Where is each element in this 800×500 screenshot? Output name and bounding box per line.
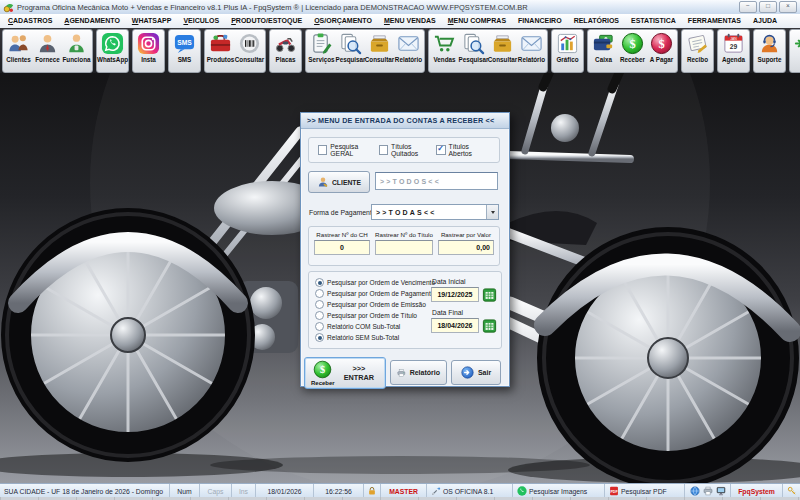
svg-text:$: $ <box>629 37 635 51</box>
toolbar-button-pesquisar[interactable]: Pesquisar <box>336 30 365 72</box>
menu-item-menu-compras[interactable]: MENU COMPRAS <box>442 14 512 28</box>
status-panel-num-lock: Num <box>169 484 199 498</box>
radio-pesquisar-por-ordem-de-emiss-o[interactable]: Pesquisar por Ordem de Emissão <box>315 299 435 310</box>
toolbar-button-fornece[interactable]: Fornece <box>33 30 62 72</box>
radio-pesquisar-por-ordem-de-pagamento[interactable]: Pesquisar por Ordem de Pagamento <box>315 288 435 299</box>
pdf-icon: PDF <box>609 486 619 496</box>
menu-item-estatistica[interactable]: ESTATISTICA <box>625 14 682 28</box>
status-panel-label: OS OFICINA 8.1 <box>443 488 493 495</box>
minimize-button[interactable]: − <box>739 1 757 13</box>
menu-item-produto-estoque[interactable]: PRODUTO/ESTOQUE <box>225 14 308 28</box>
svg-text:JAN: JAN <box>730 36 737 40</box>
radio-dot[interactable] <box>315 300 324 309</box>
drawer-icon <box>368 32 391 55</box>
menu-item-relat-rios[interactable]: RELATÓRIOS <box>568 14 625 28</box>
menu-item-ajuda[interactable]: AJUDA <box>747 14 783 28</box>
toolbar-button-caixa[interactable]: Caixa <box>589 30 618 72</box>
toolbar-group: Suporte <box>753 29 786 73</box>
toolbar-button-exit-door-icon[interactable] <box>791 30 800 72</box>
toolbar-button-placas[interactable]: Placas <box>271 30 300 72</box>
data-inicial-field[interactable]: 19/12/2025 <box>431 287 479 302</box>
checkbox-pesquisa-geral[interactable]: Pesquisa GERAL <box>318 143 379 157</box>
field-input[interactable]: 0 <box>314 240 370 255</box>
chevron-down-icon[interactable] <box>486 205 498 219</box>
menu-item-cadastros[interactable]: CADASTROS <box>2 14 58 28</box>
toolbar-button-consultar[interactable]: Consultar <box>365 30 394 72</box>
radio-dot[interactable] <box>315 289 324 298</box>
toolbar-button-whatsapp[interactable]: WhatsApp <box>98 30 127 72</box>
toolbar-button-label: Serviços <box>308 56 334 63</box>
toolbar-button-funciona[interactable]: Funciona <box>62 30 91 72</box>
go-arrow-icon <box>461 366 474 379</box>
checkbox-box[interactable] <box>436 145 445 155</box>
calendar-picker-icon <box>482 288 497 302</box>
toolbar-button-relat-rio[interactable]: Relatório <box>394 30 423 72</box>
toolbar-button-sms[interactable]: SMSSMS <box>170 30 199 72</box>
close-button[interactable]: × <box>779 1 797 13</box>
menu-item-veiculos[interactable]: VEICULOS <box>177 14 225 28</box>
menu-item-agendamento[interactable]: AGENDAMENTO <box>58 14 126 28</box>
toolbar-button-gr-fico[interactable]: Gráfico <box>553 30 582 72</box>
checkbox-box[interactable] <box>379 145 388 155</box>
radio-options: Pesquisar por Ordem de VencimentoPesquis… <box>315 277 435 343</box>
radio-pesquisar-por-ordem-de-t-tulo[interactable]: Pesquisar por Ordem de Título <box>315 310 435 321</box>
status-panel-pesquisar-pdf[interactable]: PDFPesquisar PDF <box>604 484 684 498</box>
toolbar-button-recibo[interactable]: Recibo <box>683 30 712 72</box>
svg-text:$: $ <box>320 364 325 375</box>
radio-label: Pesquisar por Ordem de Vencimento <box>327 279 435 286</box>
toolbar-button-receber[interactable]: $Receber <box>618 30 647 72</box>
relatorio-button[interactable]: Relatório <box>390 360 447 385</box>
data-final-calendar-button[interactable] <box>482 319 497 333</box>
radio-pesquisar-por-ordem-de-vencimento[interactable]: Pesquisar por Ordem de Vencimento <box>315 277 435 288</box>
radio-dot[interactable] <box>315 333 324 342</box>
sms-icon: SMS <box>173 32 196 55</box>
checkbox-box[interactable] <box>318 145 327 155</box>
toolbar-group: WhatsApp <box>96 29 129 73</box>
menu-item-whatsapp[interactable]: WHATSAPP <box>126 14 178 28</box>
menu-item-menu-vendas[interactable]: MENU VENDAS <box>378 14 442 28</box>
radio-dot[interactable] <box>315 322 324 331</box>
menu-item-financeiro[interactable]: FINANCEIRO <box>512 14 568 28</box>
toolbar-button-agenda[interactable]: JAN29Agenda <box>719 30 748 72</box>
rastrear-field-rastrear-por-valor: Rastrear por Valor0,00 <box>438 231 494 261</box>
menu-item-ferramentas[interactable]: FERRAMENTAS <box>682 14 747 28</box>
svg-text:SMS: SMS <box>177 38 192 45</box>
date-range: Data Inicial 19/12/2025 Data Final 18/04… <box>431 276 497 333</box>
keys-icon <box>787 486 797 496</box>
status-panel-padlock <box>363 484 380 498</box>
field-input[interactable] <box>375 240 433 255</box>
cliente-button[interactable]: CLIENTE <box>308 171 370 193</box>
radio-relat-rio-sem-sub-total[interactable]: Relatório SEM Sub-Total <box>315 332 435 343</box>
entrar-receber-button[interactable]: $ Receber >>> ENTRAR <box>304 357 386 389</box>
toolbar-button-relat-rio[interactable]: Relatório <box>517 30 546 72</box>
sair-button[interactable]: Sair <box>451 360 501 385</box>
toolbar-button-produtos[interactable]: Produtos <box>206 30 235 72</box>
checkbox-t-tulos-abertos[interactable]: Títulos Abertos <box>436 143 490 157</box>
toolbar-button-pesquisar[interactable]: Pesquisar <box>459 30 488 72</box>
toolbar-button-vendas[interactable]: Vendas <box>430 30 459 72</box>
field-input[interactable]: 0,00 <box>438 240 494 255</box>
toolbar-button-suporte[interactable]: Suporte <box>755 30 784 72</box>
toolbar-button-consultar[interactable]: Consultar <box>488 30 517 72</box>
toolbar-button-servi-os[interactable]: Serviços <box>307 30 336 72</box>
toolbar-button-clientes[interactable]: Clientes <box>4 30 33 72</box>
data-final-field[interactable]: 18/04/2026 <box>431 318 479 333</box>
status-panel-pesquisar-imagens[interactable]: Pesquisar Imagens <box>512 484 604 498</box>
radio-dot[interactable] <box>315 311 324 320</box>
rastrear-group: Rastrear Nº do CH0Rastrear Nº do TítuloR… <box>308 226 500 266</box>
toolbar-button-label: Funciona <box>63 56 91 63</box>
toolbar-button-consultar[interactable]: Consultar <box>235 30 264 72</box>
forma-pagamento-select[interactable]: >>TODAS<< <box>371 204 499 220</box>
status-panel-quick-icons[interactable] <box>684 484 730 498</box>
radio-dot[interactable] <box>315 278 324 287</box>
menu-item-os-or-amento[interactable]: OS/ORÇAMENTO <box>308 14 378 28</box>
cliente-search-input[interactable]: >>TODOS<< <box>375 172 498 190</box>
status-panel-time: 16:22:56 <box>313 484 363 498</box>
toolbar-button-insta[interactable]: Insta <box>134 30 163 72</box>
tools-icon <box>431 486 441 496</box>
toolbar-button-a-pagar[interactable]: $A Pagar <box>647 30 676 72</box>
checkbox-t-tulos-quitados[interactable]: Títulos Quitados <box>379 143 437 157</box>
radio-relat-rio-com-sub-total[interactable]: Relatório COM Sub-Total <box>315 321 435 332</box>
data-inicial-calendar-button[interactable] <box>482 288 497 302</box>
restore-button[interactable]: □ <box>759 1 777 13</box>
